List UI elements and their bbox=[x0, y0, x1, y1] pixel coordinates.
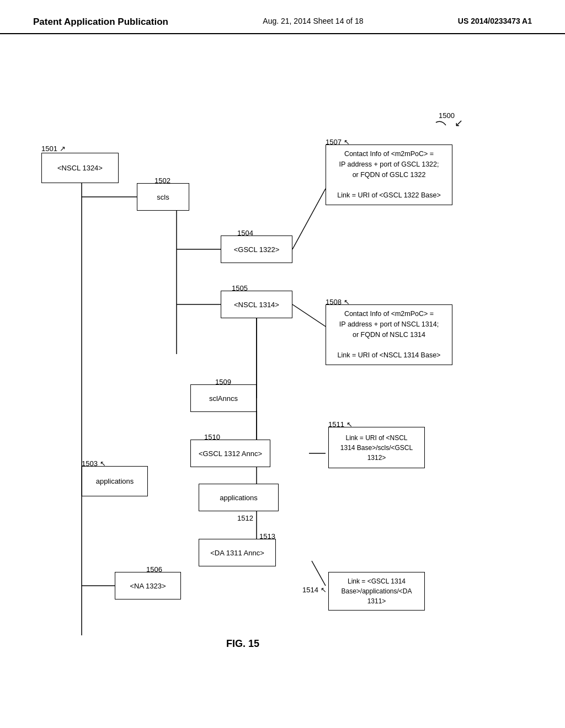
connector-lines bbox=[0, 34, 565, 718]
box-gscl-annc: <GSCL 1312 Annc> bbox=[190, 440, 270, 467]
box-sclanncs: sclAnncs bbox=[190, 384, 257, 412]
diagram-area: 1500 ↙ <NSCL 1324> 1501 ↗ scls 1502 <GSC… bbox=[0, 34, 565, 718]
ref-1514: 1514 ↖ bbox=[302, 586, 327, 594]
ref-1501: 1501 ↗ bbox=[41, 144, 66, 153]
box-scls: scls bbox=[137, 183, 189, 211]
box-gscl-1322: <GSCL 1322> bbox=[221, 235, 292, 263]
box-da-annc: <DA 1311 Annc> bbox=[199, 539, 276, 566]
ref-1502: 1502 bbox=[154, 176, 170, 185]
page-header: Patent Application Publication Aug. 21, … bbox=[0, 0, 565, 34]
ref-1505: 1505 bbox=[232, 284, 248, 292]
svg-line-18 bbox=[312, 561, 326, 586]
box-contact-gscl: Contact Info of <m2mPoC> = IP address + … bbox=[326, 144, 452, 205]
box-na-1323: <NA 1323> bbox=[115, 572, 181, 599]
arrow-1500: ↙ bbox=[455, 117, 463, 129]
box-link-uri-1511: Link = URI of <NSCL 1314 Base>/scls/<GSC… bbox=[328, 427, 425, 468]
svg-line-8 bbox=[292, 304, 326, 326]
diagram-title-ref: 1500 bbox=[439, 111, 455, 120]
header-sheet-info: Aug. 21, 2014 Sheet 14 of 18 bbox=[263, 17, 363, 25]
ref-1503: 1503 ↖ bbox=[82, 459, 106, 468]
ref-1509: 1509 bbox=[215, 378, 231, 386]
box-link-gscl-1514: Link = <GSCL 1314 Base>/applications/<DA… bbox=[328, 572, 425, 611]
ref-1506: 1506 bbox=[146, 565, 162, 574]
header-publication-label: Patent Application Publication bbox=[33, 17, 168, 28]
figure-label: FIG. 15 bbox=[193, 638, 292, 650]
svg-line-7 bbox=[292, 189, 326, 249]
box-nscl-1324: <NSCL 1324> bbox=[41, 153, 119, 183]
ref-1508: 1508 ↖ bbox=[326, 298, 350, 306]
box-applications-left: applications bbox=[82, 466, 148, 496]
ref-1507: 1507 ↖ bbox=[326, 138, 350, 146]
ref-1513: 1513 bbox=[259, 532, 275, 540]
ref-1512: 1512 bbox=[237, 514, 253, 522]
box-nscl-1314: <NSCL 1314> bbox=[221, 291, 292, 318]
ref-1504: 1504 bbox=[237, 229, 253, 237]
header-patent-number: US 2014/0233473 A1 bbox=[458, 17, 532, 25]
box-contact-nscl: Contact Info of <m2mPoC> = IP address + … bbox=[326, 304, 452, 365]
ref-1511: 1511 ↖ bbox=[328, 420, 353, 429]
ref-1510: 1510 bbox=[204, 433, 220, 441]
box-applications-right: applications bbox=[199, 484, 279, 511]
